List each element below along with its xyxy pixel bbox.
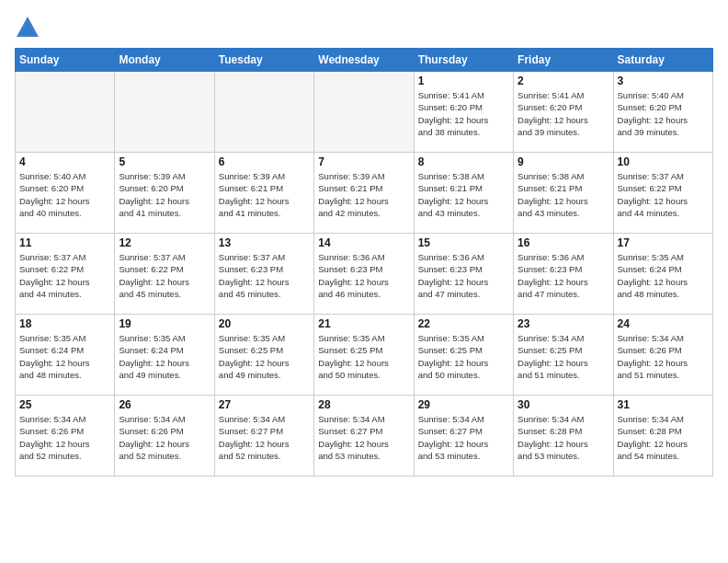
day-info: Sunrise: 5:34 AM Sunset: 6:27 PM Dayligh… xyxy=(418,413,509,462)
day-info: Sunrise: 5:34 AM Sunset: 6:26 PM Dayligh… xyxy=(19,413,110,462)
calendar-cell: 15Sunrise: 5:36 AM Sunset: 6:23 PM Dayli… xyxy=(414,234,513,315)
day-number: 16 xyxy=(518,236,609,249)
calendar-cell: 18Sunrise: 5:35 AM Sunset: 6:24 PM Dayli… xyxy=(16,315,115,396)
calendar-cell: 6Sunrise: 5:39 AM Sunset: 6:21 PM Daylig… xyxy=(214,153,313,234)
day-number: 24 xyxy=(618,317,709,330)
day-info: Sunrise: 5:34 AM Sunset: 6:28 PM Dayligh… xyxy=(618,413,709,462)
logo-icon xyxy=(15,15,40,40)
day-number: 17 xyxy=(618,236,709,249)
day-info: Sunrise: 5:35 AM Sunset: 6:25 PM Dayligh… xyxy=(219,332,310,381)
calendar-cell: 24Sunrise: 5:34 AM Sunset: 6:26 PM Dayli… xyxy=(613,315,712,396)
day-number: 29 xyxy=(418,398,509,411)
calendar-cell xyxy=(115,72,214,153)
calendar-cell: 30Sunrise: 5:34 AM Sunset: 6:28 PM Dayli… xyxy=(514,396,613,477)
day-number: 4 xyxy=(19,155,110,168)
day-info: Sunrise: 5:39 AM Sunset: 6:21 PM Dayligh… xyxy=(318,170,409,219)
day-number: 19 xyxy=(119,317,210,330)
day-info: Sunrise: 5:39 AM Sunset: 6:21 PM Dayligh… xyxy=(219,170,310,219)
day-info: Sunrise: 5:39 AM Sunset: 6:20 PM Dayligh… xyxy=(119,170,210,219)
day-number: 7 xyxy=(318,155,409,168)
calendar-table: SundayMondayTuesdayWednesdayThursdayFrid… xyxy=(15,48,713,477)
day-number: 8 xyxy=(418,155,509,168)
day-info: Sunrise: 5:37 AM Sunset: 6:22 PM Dayligh… xyxy=(618,170,709,219)
day-info: Sunrise: 5:41 AM Sunset: 6:20 PM Dayligh… xyxy=(518,89,609,138)
calendar-cell: 11Sunrise: 5:37 AM Sunset: 6:22 PM Dayli… xyxy=(16,234,115,315)
calendar-cell: 26Sunrise: 5:34 AM Sunset: 6:26 PM Dayli… xyxy=(115,396,214,477)
calendar-cell: 31Sunrise: 5:34 AM Sunset: 6:28 PM Dayli… xyxy=(613,396,712,477)
day-number: 21 xyxy=(318,317,409,330)
weekday-header-saturday: Saturday xyxy=(613,49,712,72)
day-info: Sunrise: 5:34 AM Sunset: 6:27 PM Dayligh… xyxy=(318,413,409,462)
day-info: Sunrise: 5:37 AM Sunset: 6:23 PM Dayligh… xyxy=(219,251,310,300)
day-number: 31 xyxy=(618,398,709,411)
day-info: Sunrise: 5:34 AM Sunset: 6:28 PM Dayligh… xyxy=(518,413,609,462)
calendar-week-row: 1Sunrise: 5:41 AM Sunset: 6:20 PM Daylig… xyxy=(16,72,713,153)
day-number: 30 xyxy=(518,398,609,411)
day-number: 25 xyxy=(19,398,110,411)
day-info: Sunrise: 5:38 AM Sunset: 6:21 PM Dayligh… xyxy=(518,170,609,219)
day-info: Sunrise: 5:40 AM Sunset: 6:20 PM Dayligh… xyxy=(618,89,709,138)
weekday-header-wednesday: Wednesday xyxy=(314,49,414,72)
day-info: Sunrise: 5:35 AM Sunset: 6:25 PM Dayligh… xyxy=(318,332,409,381)
day-number: 12 xyxy=(119,236,210,249)
day-number: 10 xyxy=(618,155,709,168)
calendar-cell: 28Sunrise: 5:34 AM Sunset: 6:27 PM Dayli… xyxy=(314,396,414,477)
page-header xyxy=(15,15,713,40)
day-number: 22 xyxy=(418,317,509,330)
day-number: 13 xyxy=(219,236,310,249)
calendar-week-row: 25Sunrise: 5:34 AM Sunset: 6:26 PM Dayli… xyxy=(16,396,713,477)
day-number: 2 xyxy=(518,75,609,87)
day-number: 23 xyxy=(518,317,609,330)
calendar-cell: 14Sunrise: 5:36 AM Sunset: 6:23 PM Dayli… xyxy=(314,234,414,315)
calendar-cell xyxy=(314,72,414,153)
weekday-header-row: SundayMondayTuesdayWednesdayThursdayFrid… xyxy=(16,49,713,72)
calendar-cell: 3Sunrise: 5:40 AM Sunset: 6:20 PM Daylig… xyxy=(613,72,712,153)
calendar-cell xyxy=(214,72,313,153)
calendar-cell: 5Sunrise: 5:39 AM Sunset: 6:20 PM Daylig… xyxy=(115,153,214,234)
day-number: 1 xyxy=(418,75,509,87)
calendar-cell: 10Sunrise: 5:37 AM Sunset: 6:22 PM Dayli… xyxy=(613,153,712,234)
day-number: 26 xyxy=(119,398,210,411)
weekday-header-thursday: Thursday xyxy=(414,49,513,72)
day-info: Sunrise: 5:34 AM Sunset: 6:27 PM Dayligh… xyxy=(219,413,310,462)
calendar-cell: 19Sunrise: 5:35 AM Sunset: 6:24 PM Dayli… xyxy=(115,315,214,396)
day-number: 9 xyxy=(518,155,609,168)
day-info: Sunrise: 5:34 AM Sunset: 6:26 PM Dayligh… xyxy=(119,413,210,462)
day-info: Sunrise: 5:38 AM Sunset: 6:21 PM Dayligh… xyxy=(418,170,509,219)
day-number: 15 xyxy=(418,236,509,249)
calendar-header: SundayMondayTuesdayWednesdayThursdayFrid… xyxy=(16,49,713,72)
day-number: 3 xyxy=(618,75,709,87)
day-info: Sunrise: 5:37 AM Sunset: 6:22 PM Dayligh… xyxy=(19,251,110,300)
day-info: Sunrise: 5:34 AM Sunset: 6:25 PM Dayligh… xyxy=(518,332,609,381)
calendar-cell: 7Sunrise: 5:39 AM Sunset: 6:21 PM Daylig… xyxy=(314,153,414,234)
day-info: Sunrise: 5:36 AM Sunset: 6:23 PM Dayligh… xyxy=(418,251,509,300)
calendar-cell: 27Sunrise: 5:34 AM Sunset: 6:27 PM Dayli… xyxy=(214,396,313,477)
day-number: 6 xyxy=(219,155,310,168)
calendar-week-row: 11Sunrise: 5:37 AM Sunset: 6:22 PM Dayli… xyxy=(16,234,713,315)
day-info: Sunrise: 5:35 AM Sunset: 6:24 PM Dayligh… xyxy=(618,251,709,300)
calendar-cell: 29Sunrise: 5:34 AM Sunset: 6:27 PM Dayli… xyxy=(414,396,513,477)
calendar-cell: 1Sunrise: 5:41 AM Sunset: 6:20 PM Daylig… xyxy=(414,72,513,153)
day-number: 27 xyxy=(219,398,310,411)
calendar-cell: 2Sunrise: 5:41 AM Sunset: 6:20 PM Daylig… xyxy=(514,72,613,153)
calendar-cell: 4Sunrise: 5:40 AM Sunset: 6:20 PM Daylig… xyxy=(16,153,115,234)
day-info: Sunrise: 5:41 AM Sunset: 6:20 PM Dayligh… xyxy=(418,89,509,138)
calendar-cell: 16Sunrise: 5:36 AM Sunset: 6:23 PM Dayli… xyxy=(514,234,613,315)
day-number: 14 xyxy=(318,236,409,249)
day-info: Sunrise: 5:35 AM Sunset: 6:24 PM Dayligh… xyxy=(119,332,210,381)
calendar-cell: 12Sunrise: 5:37 AM Sunset: 6:22 PM Dayli… xyxy=(115,234,214,315)
weekday-header-tuesday: Tuesday xyxy=(214,49,313,72)
calendar-cell: 8Sunrise: 5:38 AM Sunset: 6:21 PM Daylig… xyxy=(414,153,513,234)
day-info: Sunrise: 5:37 AM Sunset: 6:22 PM Dayligh… xyxy=(119,251,210,300)
calendar-cell: 17Sunrise: 5:35 AM Sunset: 6:24 PM Dayli… xyxy=(613,234,712,315)
calendar-cell: 13Sunrise: 5:37 AM Sunset: 6:23 PM Dayli… xyxy=(214,234,313,315)
day-info: Sunrise: 5:36 AM Sunset: 6:23 PM Dayligh… xyxy=(518,251,609,300)
day-info: Sunrise: 5:34 AM Sunset: 6:26 PM Dayligh… xyxy=(618,332,709,381)
calendar-week-row: 4Sunrise: 5:40 AM Sunset: 6:20 PM Daylig… xyxy=(16,153,713,234)
calendar-cell: 23Sunrise: 5:34 AM Sunset: 6:25 PM Dayli… xyxy=(514,315,613,396)
calendar-cell: 25Sunrise: 5:34 AM Sunset: 6:26 PM Dayli… xyxy=(16,396,115,477)
calendar-cell: 22Sunrise: 5:35 AM Sunset: 6:25 PM Dayli… xyxy=(414,315,513,396)
day-info: Sunrise: 5:36 AM Sunset: 6:23 PM Dayligh… xyxy=(318,251,409,300)
logo xyxy=(15,15,44,40)
day-number: 5 xyxy=(119,155,210,168)
